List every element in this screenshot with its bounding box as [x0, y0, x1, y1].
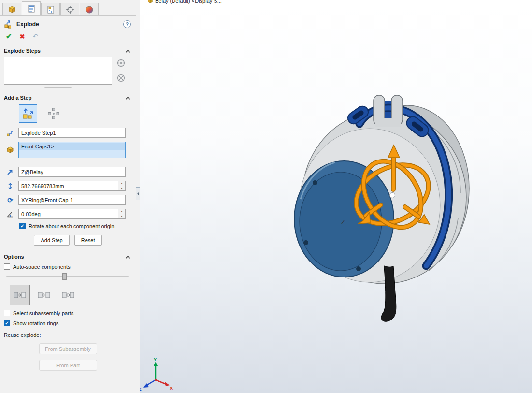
section-explode-steps: Explode Steps — [0, 45, 136, 88]
component-icon — [5, 146, 15, 154]
add-step-header: Add a Step — [0, 92, 136, 102]
help-icon[interactable]: ? — [123, 20, 131, 28]
show-rotation-rings-checkbox[interactable]: ✓ — [4, 320, 10, 326]
from-part-button[interactable]: From Part — [39, 360, 97, 371]
explode-steps-header: Explode Steps — [0, 45, 136, 56]
spin-down-icon[interactable]: ▼ — [118, 214, 125, 218]
collapse-arrow-icon — [137, 192, 139, 196]
triad-y-label: Y — [154, 357, 157, 362]
reset-button[interactable]: Reset — [74, 235, 102, 246]
check-icon: ✓ — [20, 224, 24, 229]
explode-steps-list[interactable] — [4, 57, 112, 85]
step-name-input[interactable] — [18, 128, 126, 138]
chevron-up-icon[interactable] — [126, 255, 130, 260]
direction-input[interactable] — [18, 167, 126, 177]
rotate-about-origin-row: ✓ Rotate about each component origin — [0, 221, 136, 231]
panel-collapse-handle[interactable] — [136, 187, 140, 200]
panel-splitter[interactable] — [136, 0, 140, 393]
tab-featuremanager[interactable] — [2, 3, 21, 15]
reuse-explode-label: Reuse explode: — [0, 328, 136, 339]
auto-space-slider[interactable] — [6, 273, 129, 280]
add-step-button[interactable]: Add Step — [34, 235, 69, 246]
assembly-document-icon — [147, 0, 153, 4]
distance-input[interactable] — [18, 181, 118, 191]
rotation-axis-row: ⟳ — [0, 193, 136, 207]
selected-component-item[interactable]: Front Cap<1> — [19, 143, 125, 150]
rotation-axis-input[interactable] — [18, 195, 126, 205]
spin-down-icon[interactable]: ▼ — [118, 186, 125, 190]
model-canvas[interactable]: Z Y X Z — [140, 0, 532, 393]
chevron-up-icon[interactable] — [126, 49, 130, 54]
show-rotation-rings-label: Show rotation rings — [13, 320, 58, 326]
from-subassembly-button[interactable]: From Subassembly — [39, 343, 97, 354]
chevron-up-icon[interactable] — [126, 96, 130, 101]
direction-row — [0, 165, 136, 179]
radial-step-button[interactable] — [44, 104, 63, 123]
radial-step-type-icon — [47, 107, 60, 120]
spacing-option-2-button[interactable] — [34, 285, 54, 305]
slider-thumb[interactable] — [62, 273, 67, 280]
spin-up-icon[interactable]: ▲ — [118, 209, 125, 214]
options-label: Options — [4, 254, 24, 260]
triad-x-arrow-icon — [165, 382, 170, 386]
slider-track — [6, 276, 129, 277]
distance-row: ▲ ▼ — [0, 179, 136, 193]
displaymanager-icon — [85, 5, 94, 14]
rotate-about-origin-checkbox[interactable]: ✓ — [19, 223, 26, 229]
tab-propertymanager[interactable] — [22, 1, 41, 15]
cancel-button[interactable]: ✖ — [20, 33, 25, 40]
ok-button[interactable]: ✔ — [6, 32, 12, 41]
featuremanager-icon — [8, 5, 16, 14]
auto-space-checkbox[interactable] — [4, 263, 10, 270]
undo-icon[interactable]: ↶ — [32, 32, 38, 40]
triad-y-arrow-icon — [154, 362, 158, 366]
triad-x-label: X — [170, 386, 173, 391]
components-selection-box[interactable]: Front Cap<1> — [18, 142, 126, 158]
orientation-triad: Y X Z — [140, 357, 173, 392]
rotate-about-origin-label: Rotate about each component origin — [29, 223, 114, 229]
regular-step-button[interactable] — [19, 104, 37, 123]
property-manager-actions: ✔ ✖ ↶ — [0, 29, 136, 45]
check-icon: ✓ — [5, 321, 9, 326]
section-add-step: Add a Step — [0, 92, 136, 251]
regular-step-icon — [22, 107, 34, 120]
spacing-options-row — [0, 281, 136, 308]
solidworks-window: Explode ? ✔ ✖ ↶ Explode Steps — [0, 0, 532, 393]
step-name-row — [0, 126, 136, 140]
angle-input[interactable] — [18, 209, 118, 219]
direction-icon — [5, 168, 15, 176]
select-subassembly-checkbox[interactable] — [4, 310, 10, 316]
rotation-angle-icon — [5, 210, 15, 218]
radial-step-icon[interactable] — [116, 58, 126, 68]
page-title: Explode — [16, 21, 39, 28]
axis-z-label: Z — [341, 219, 345, 226]
options-header: Options — [0, 251, 136, 262]
list-resize-grip[interactable] — [44, 87, 72, 88]
manipulator-origin-dot[interactable] — [390, 193, 395, 198]
tab-displaymanager[interactable] — [80, 3, 99, 15]
radial-step-icon-2[interactable] — [116, 73, 126, 83]
tab-dimxpertmanager[interactable] — [60, 3, 79, 15]
triad-z-label: Z — [140, 387, 142, 392]
select-subassembly-row: Select subassembly parts — [0, 308, 136, 318]
spin-up-icon[interactable]: ▲ — [118, 181, 125, 186]
graphics-viewport[interactable]: Z Y X Z B — [140, 0, 532, 393]
manager-tab-bar — [0, 0, 136, 16]
spacing-option-icon — [61, 288, 75, 302]
spacing-option-3-button[interactable] — [58, 285, 78, 305]
tab-configurationmanager[interactable] — [41, 3, 60, 15]
auto-space-row: Auto-space components — [0, 262, 136, 272]
spacing-option-icon — [13, 288, 27, 302]
components-row: Front Cap<1> — [0, 140, 136, 160]
document-tab[interactable]: Belay (Default) <Display S... — [145, 0, 229, 5]
select-subassembly-label: Select subassembly parts — [13, 310, 73, 316]
section-options: Options Auto-space components — [0, 251, 136, 371]
dimxpertmanager-icon — [66, 5, 74, 14]
spacing-option-1-button[interactable] — [10, 285, 30, 305]
document-tab-label: Belay (Default) <Display S... — [155, 0, 222, 4]
add-step-buttons: Add Step Reset — [0, 231, 136, 251]
explode-step-icon — [5, 129, 15, 137]
show-rotation-rings-row: ✓ Show rotation rings — [0, 318, 136, 328]
add-step-label: Add a Step — [4, 95, 31, 101]
angle-row: ▲ ▼ — [0, 207, 136, 221]
